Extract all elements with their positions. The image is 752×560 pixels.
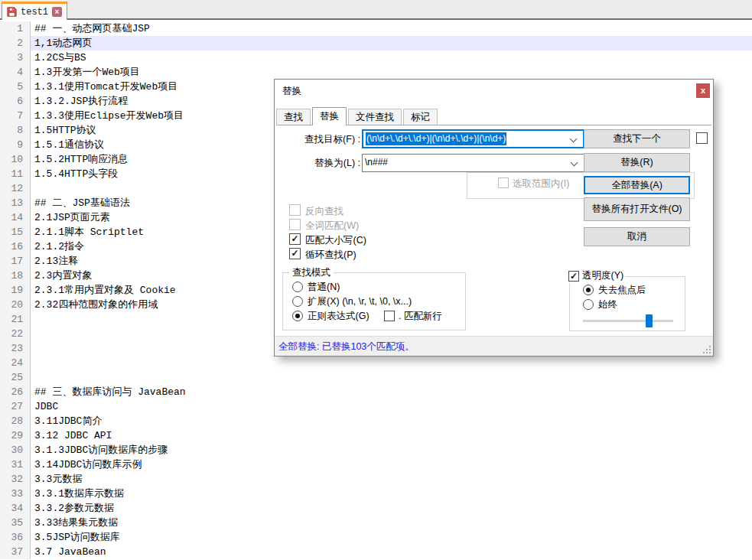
line-text[interactable]: 1.3开发第一个Web项目 bbox=[31, 65, 752, 80]
line-number: 15 bbox=[0, 225, 31, 239]
line-number: 32 bbox=[0, 472, 31, 487]
line-text[interactable]: 3.12 JDBC API bbox=[31, 428, 752, 443]
find-next-button[interactable]: 查找下一个 bbox=[584, 129, 690, 148]
tab-find-in-files[interactable]: 文件查找 bbox=[348, 109, 402, 125]
editor-line[interactable]: 293.12 JDBC API bbox=[0, 428, 752, 443]
editor-line[interactable]: 31.2CS与BS bbox=[0, 50, 752, 65]
line-number: 20 bbox=[0, 298, 31, 312]
replace-with-label: 替换为(L) : bbox=[285, 157, 360, 170]
tab-mark[interactable]: 标记 bbox=[403, 109, 438, 125]
editor-line[interactable]: 24 bbox=[0, 356, 752, 370]
dialog-close-icon[interactable]: x bbox=[696, 83, 710, 98]
replace-all-button[interactable]: 全部替换(A) bbox=[584, 176, 690, 194]
line-text[interactable]: 3.3.2参数元数据 bbox=[31, 501, 752, 516]
line-text[interactable]: ## 一、动态网页基础JSP bbox=[31, 21, 752, 36]
line-number: 36 bbox=[0, 530, 31, 545]
editor-line[interactable]: 41.3开发第一个Web项目 bbox=[0, 65, 752, 80]
resize-grip[interactable] bbox=[703, 346, 711, 353]
line-number: 37 bbox=[0, 545, 31, 559]
line-text[interactable]: 3.3.1数据库示数据 bbox=[31, 487, 752, 501]
line-text[interactable]: 1.2CS与BS bbox=[31, 50, 752, 65]
mode-normal-label: 普通(N) bbox=[308, 281, 340, 294]
line-text[interactable]: 3.5JSP访问数据库 bbox=[31, 530, 752, 545]
transparency-on-focus-loss-radio[interactable] bbox=[583, 285, 594, 295]
tab-close-icon[interactable]: × bbox=[52, 7, 62, 17]
editor-line[interactable]: 303.1.3JDBC访问数据库的步骤 bbox=[0, 443, 752, 457]
line-text[interactable]: JDBC bbox=[31, 399, 752, 414]
line-number: 13 bbox=[0, 196, 31, 210]
transparency-group: 失去焦点后 始终 bbox=[569, 276, 685, 331]
line-text[interactable]: 3.11JDBC简介 bbox=[31, 414, 752, 428]
chevron-down-icon[interactable] bbox=[571, 159, 578, 167]
line-number: 33 bbox=[0, 487, 31, 501]
line-text[interactable] bbox=[31, 356, 752, 370]
editor-line[interactable]: 343.3.2参数元数据 bbox=[0, 501, 752, 516]
editor-line[interactable]: 333.3.1数据库示数据 bbox=[0, 487, 752, 501]
line-number: 3 bbox=[0, 50, 31, 65]
search-mode-group: 查找模式 普通(N) 扩展(X) (\n, \r, \t, \0, \x...)… bbox=[282, 272, 466, 330]
line-number: 4 bbox=[0, 65, 31, 80]
editor-line[interactable]: 363.5JSP访问数据库 bbox=[0, 530, 752, 545]
document-tab-label: test1 bbox=[21, 7, 48, 18]
mode-normal-radio[interactable] bbox=[292, 282, 303, 292]
tab-replace[interactable]: 替换 bbox=[312, 107, 347, 125]
line-number: 30 bbox=[0, 443, 31, 457]
transparency-always-label: 始终 bbox=[598, 298, 617, 311]
search-mode-title: 查找模式 bbox=[289, 266, 334, 279]
document-tab-test1[interactable]: test1 × bbox=[2, 2, 67, 20]
editor-line[interactable]: 373.7 JavaBean bbox=[0, 545, 752, 559]
radio-dot bbox=[586, 288, 591, 292]
transparency-on-focus-loss-label: 失去焦点后 bbox=[598, 284, 646, 297]
cancel-button[interactable]: 取消 bbox=[584, 227, 690, 246]
mode-regex-radio[interactable] bbox=[292, 311, 303, 321]
editor-line[interactable]: 353.33结果集元数据 bbox=[0, 516, 752, 530]
line-number: 1 bbox=[0, 21, 31, 36]
editor-line[interactable]: 1## 一、动态网页基础JSP bbox=[0, 21, 752, 36]
replace-button[interactable]: 替换(R) bbox=[584, 153, 690, 172]
line-number: 10 bbox=[0, 152, 31, 167]
editor-line[interactable]: 27JDBC bbox=[0, 399, 752, 414]
dot-matches-newline-checkbox[interactable] bbox=[384, 311, 395, 321]
line-text[interactable]: ## 三、数据库访问与 JavaBean bbox=[31, 385, 752, 399]
wrap-around-checkbox[interactable]: ✓ bbox=[289, 248, 301, 259]
transparency-checkbox[interactable]: ✓ bbox=[568, 271, 579, 282]
dialog-status-strip: 全部替换: 已替换103个匹配项。 bbox=[275, 336, 713, 356]
chevron-down-icon[interactable] bbox=[570, 135, 578, 143]
editor-line[interactable]: 25 bbox=[0, 370, 752, 385]
transparency-always-radio[interactable] bbox=[583, 299, 594, 310]
mode-extended-radio[interactable] bbox=[292, 296, 303, 307]
line-number: 26 bbox=[0, 385, 31, 399]
backward-label: 反向查找 bbox=[305, 205, 343, 218]
transparency-slider-track[interactable] bbox=[583, 320, 673, 322]
tab-find[interactable]: 查找 bbox=[276, 109, 311, 125]
find-direction-checkbox[interactable] bbox=[696, 132, 708, 144]
editor-line[interactable]: 283.11JDBC简介 bbox=[0, 414, 752, 428]
unsaved-floppy-icon bbox=[7, 7, 17, 17]
line-text[interactable]: 3.3元数据 bbox=[31, 472, 752, 487]
editor-line[interactable]: 26## 三、数据库访问与 JavaBean bbox=[0, 385, 752, 399]
line-number: 17 bbox=[0, 254, 31, 269]
editor-line[interactable]: 313.14JDBC访问数库示例 bbox=[0, 457, 752, 472]
editor-line[interactable]: 21,1动态网页 bbox=[0, 36, 752, 50]
replace-all-open-docs-button[interactable]: 替换所有打开文件(O) bbox=[584, 197, 690, 221]
line-number: 9 bbox=[0, 138, 31, 152]
transparency-toggle: ✓ 透明度(Y) bbox=[566, 269, 626, 282]
line-text[interactable]: 3.7 JavaBean bbox=[31, 545, 752, 559]
transparency-slider-thumb[interactable] bbox=[646, 314, 653, 327]
match-case-checkbox[interactable]: ✓ bbox=[289, 233, 301, 245]
replace-dialog: 替换 x 查找 替换 文件查找 标记 查找目标(F) : (\n\d+\.\d+… bbox=[274, 79, 714, 357]
line-text[interactable]: 3.1.3JDBC访问数据库的步骤 bbox=[31, 443, 752, 457]
line-text[interactable] bbox=[31, 370, 752, 385]
editor-line[interactable]: 323.3元数据 bbox=[0, 472, 752, 487]
line-number: 34 bbox=[0, 501, 31, 516]
whole-word-checkbox bbox=[289, 219, 301, 230]
in-selection-label: 选取范围内(I) bbox=[513, 177, 569, 190]
find-target-combobox[interactable]: (\n\d+\.\d+\.\d+)|(\n\d+\.\d+)|(\n\d+) bbox=[362, 129, 584, 148]
line-number: 19 bbox=[0, 283, 31, 298]
line-text[interactable]: 3.14JDBC访问数库示例 bbox=[31, 457, 752, 472]
in-selection-checkbox bbox=[498, 177, 509, 188]
replace-with-combobox[interactable]: \n### bbox=[362, 154, 584, 172]
line-text[interactable]: 1,1动态网页 bbox=[31, 36, 752, 50]
line-number: 8 bbox=[0, 123, 31, 138]
line-text[interactable]: 3.33结果集元数据 bbox=[31, 516, 752, 530]
